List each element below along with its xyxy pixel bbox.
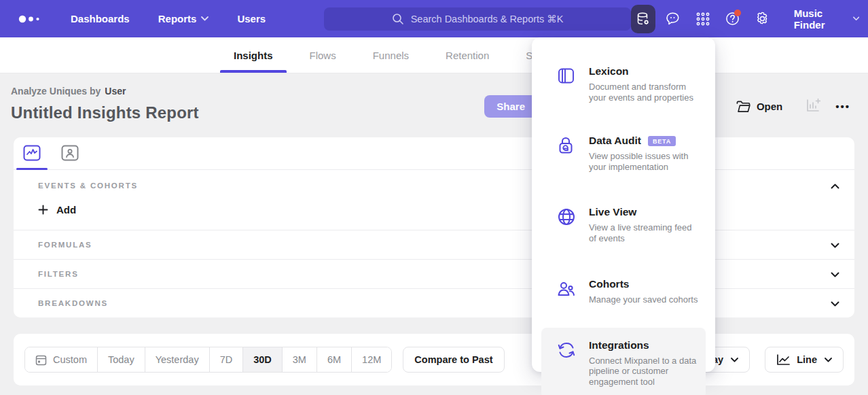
query-builder-card: EVENTS & COHORTS Add FORMULAS [14,137,854,317]
collapse-section-button[interactable] [831,179,839,192]
database-gear-icon [635,11,651,27]
user-tab-icon [61,145,79,161]
mixpanel-logo[interactable] [18,14,42,24]
add-event-button[interactable]: Add [38,204,76,216]
nav-item-label: Users [237,13,266,24]
share-button[interactable]: Share [484,95,537,118]
menu-item-title: Integrations [589,339,649,351]
report-title[interactable]: Untitled Insights Report [11,103,199,122]
menu-item-description: Manage your saved cohorts [589,294,698,305]
menu-item-live-view[interactable]: Live View View a live streaming feed of … [541,194,706,255]
data-management-button[interactable] [631,5,655,33]
breakdowns-section-row[interactable]: BREAKDOWNS [14,288,854,317]
events-add-row: Add [14,196,854,230]
tab-label: Funnels [373,50,409,61]
settings-button[interactable] [751,5,775,33]
menu-item-data-audit[interactable]: Data Audit BETA View possible issues wit… [541,123,706,184]
help-button[interactable] [721,5,745,33]
lexicon-icon [557,65,577,103]
expand-section-button[interactable] [831,268,839,280]
add-label: Add [56,204,76,216]
line-chart-tab-icon [23,145,41,161]
expand-section-button[interactable] [831,297,839,309]
menu-item-description: View possible issues with your implement… [589,151,700,172]
date-range-today[interactable]: Today [98,347,145,372]
nav-item-label: Reports [158,13,197,24]
section-label: FILTERS [38,270,79,278]
search-icon [392,13,404,25]
date-range-6m[interactable]: 6M [317,347,352,372]
chevron-down-icon [831,243,839,248]
breadcrumb-value[interactable]: User [105,86,126,97]
nav-item-users[interactable]: Users [237,13,266,24]
gear-icon [755,11,770,27]
ellipsis-icon: ••• [835,101,850,112]
menu-item-integrations[interactable]: Integrations Connect Mixpanel to a data … [541,328,706,395]
formulas-section-row[interactable]: FORMULAS [14,230,854,259]
nav-item-label: Dashboards [71,13,130,24]
open-label: Open [757,101,782,112]
open-report-button[interactable]: Open [736,101,782,113]
live-view-icon [557,206,577,243]
report-tabbar: Insights Flows Funnels Retention Signal … [0,37,868,73]
line-chart-icon [776,354,791,366]
date-range-7d[interactable]: 7D [210,347,244,372]
apps-grid-icon [695,12,710,27]
feedback-button[interactable] [661,5,685,33]
menu-item-cohorts[interactable]: Cohorts Manage your saved cohorts [541,267,706,317]
date-range-3m[interactable]: 3M [283,347,317,372]
range-label: Yesterday [156,354,199,365]
range-label: 7D [220,354,233,365]
beta-badge: BETA [648,136,676,146]
menu-item-description: View a live streaming feed of events [589,222,700,243]
project-switcher[interactable]: Music Finder [794,7,859,31]
section-label: FORMULAS [38,241,92,249]
chevron-down-icon [853,16,859,21]
chevron-down-icon [831,272,839,277]
breadcrumb[interactable]: Analyze Uniques byUser [11,86,199,97]
search-input[interactable]: Search Dashboards & Reports ⌘K [324,7,631,31]
tab-funnels[interactable]: Funnels [359,37,422,73]
date-range-30d[interactable]: 30D [243,347,283,372]
menu-item-lexicon[interactable]: Lexicon Document and transform your even… [541,54,706,114]
date-range-yesterday[interactable]: Yesterday [145,347,210,372]
tab-label: Flows [310,50,336,61]
chat-bubble-icon [665,11,681,27]
tab-flows[interactable]: Flows [296,37,350,73]
events-cohorts-section-header: EVENTS & COHORTS [14,170,854,196]
tab-insights[interactable]: Insights [220,37,287,73]
tab-label: Retention [446,50,489,61]
menu-item-description: Document and transform your events and p… [589,82,700,103]
date-range-custom[interactable]: Custom [25,347,98,372]
topnav-actions: Music Finder [631,5,859,33]
plus-icon [38,205,48,215]
search-placeholder: Search Dashboards & Reports ⌘K [411,14,564,24]
nav-item-reports[interactable]: Reports [158,13,209,24]
compare-label: Compare to Past [414,354,492,365]
range-label: 3M [293,354,306,365]
range-label: Custom [53,354,87,365]
apps-grid-button[interactable] [691,5,715,33]
more-options-button[interactable]: ••• [835,101,850,112]
chart-add-icon [806,98,820,113]
date-range-12m[interactable]: 12M [352,347,391,372]
range-label: 6M [327,354,341,365]
compare-to-past-button[interactable]: Compare to Past [403,347,504,373]
data-audit-icon [557,135,577,172]
tab-retention[interactable]: Retention [432,37,503,73]
chart-type-select[interactable]: Line [765,347,844,373]
chevron-down-icon [831,301,839,307]
tab-label: Insights [234,50,273,61]
chevron-up-icon [831,184,839,189]
expand-section-button[interactable] [831,239,839,251]
filters-section-row[interactable]: FILTERS [14,259,854,288]
section-label: EVENTS & COHORTS [38,182,138,190]
notification-dot [734,10,741,16]
add-to-dashboard-button[interactable] [806,98,820,116]
chevron-down-icon [731,358,738,362]
mixpanel-dots-icon [18,14,42,24]
nav-item-dashboards[interactable]: Dashboards [71,13,130,24]
events-view-tab[interactable] [19,143,45,169]
users-view-tab[interactable] [57,143,83,169]
range-label: 30D [253,354,272,365]
